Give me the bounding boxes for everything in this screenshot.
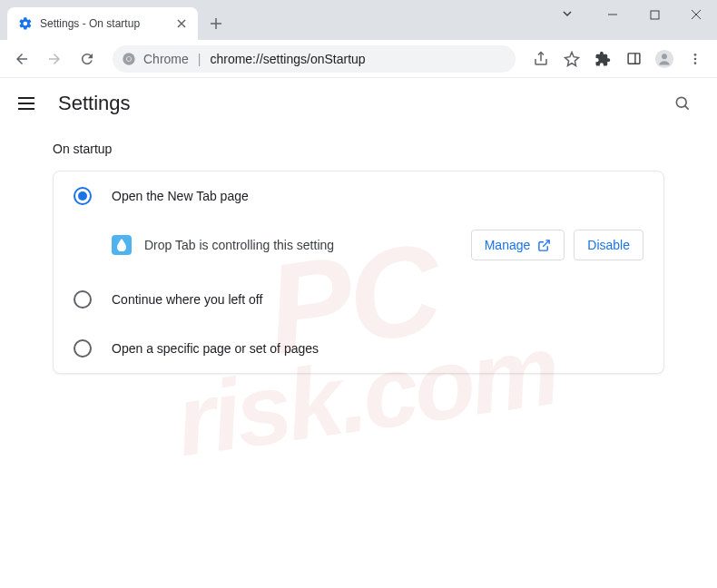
- side-panel-icon[interactable]: [619, 44, 648, 74]
- svg-rect-0: [651, 11, 659, 19]
- option-label: Open the New Tab page: [112, 189, 249, 203]
- forward-button[interactable]: [40, 44, 69, 74]
- option-row-newtab[interactable]: Open the New Tab page: [54, 172, 663, 220]
- tab-title: Settings - On startup: [40, 17, 167, 30]
- manage-label: Manage: [485, 238, 531, 252]
- search-icon[interactable]: [666, 87, 699, 120]
- gear-icon: [18, 16, 33, 31]
- svg-point-3: [127, 56, 131, 60]
- new-tab-button[interactable]: [203, 11, 229, 36]
- svg-point-9: [694, 57, 697, 60]
- omnibox-separator: |: [196, 52, 203, 66]
- browser-toolbar: Chrome | chrome://settings/onStartup: [0, 40, 717, 78]
- external-link-icon: [537, 239, 551, 252]
- svg-point-8: [694, 54, 697, 56]
- reload-button[interactable]: [73, 44, 102, 74]
- option-row-continue[interactable]: Continue where you left off: [54, 275, 663, 324]
- back-button[interactable]: [7, 44, 36, 74]
- address-bar[interactable]: Chrome | chrome://settings/onStartup: [113, 45, 516, 73]
- settings-content: On startup Open the New Tab page Drop Ta…: [0, 129, 717, 387]
- manage-button[interactable]: Manage: [471, 230, 565, 260]
- svg-point-11: [676, 97, 686, 107]
- window-titlebar: Settings - On startup: [0, 0, 717, 40]
- extension-notice: Drop Tab is controlling this setting Man…: [54, 220, 663, 275]
- settings-header: Settings: [0, 78, 717, 129]
- hamburger-menu-icon[interactable]: [18, 93, 40, 114]
- svg-point-7: [662, 54, 667, 59]
- svg-point-10: [694, 62, 697, 64]
- close-tab-icon[interactable]: [174, 16, 189, 31]
- radio-continue[interactable]: [74, 290, 92, 309]
- share-icon[interactable]: [526, 44, 555, 74]
- tab-search-chevron-icon[interactable]: [561, 7, 574, 20]
- startup-card: Open the New Tab page Drop Tab is contro…: [53, 171, 664, 374]
- kebab-menu-icon[interactable]: [681, 44, 710, 74]
- section-title: On startup: [53, 142, 664, 156]
- page-title: Settings: [58, 92, 648, 115]
- browser-tab[interactable]: Settings - On startup: [7, 7, 198, 40]
- svg-rect-4: [628, 54, 640, 64]
- disable-button[interactable]: Disable: [574, 230, 643, 260]
- close-window-button[interactable]: [675, 0, 717, 29]
- chrome-logo-icon: [122, 52, 136, 66]
- maximize-button[interactable]: [634, 0, 675, 29]
- disable-label: Disable: [587, 238, 630, 252]
- svg-line-12: [685, 106, 689, 110]
- radio-specific[interactable]: [74, 339, 92, 358]
- radio-newtab[interactable]: [74, 187, 92, 205]
- minimize-button[interactable]: [592, 0, 634, 29]
- omnibox-host: Chrome: [143, 52, 189, 66]
- drop-tab-icon: [112, 235, 132, 255]
- bookmark-star-icon[interactable]: [557, 44, 586, 74]
- profile-avatar-icon[interactable]: [650, 44, 679, 74]
- window-controls: [592, 0, 717, 29]
- omnibox-url: chrome://settings/onStartup: [210, 52, 365, 66]
- extensions-puzzle-icon[interactable]: [588, 44, 617, 74]
- option-label: Open a specific page or set of pages: [112, 341, 319, 356]
- extension-message: Drop Tab is controlling this setting: [144, 238, 458, 252]
- option-row-specific[interactable]: Open a specific page or set of pages: [54, 324, 663, 373]
- option-label: Continue where you left off: [112, 292, 262, 307]
